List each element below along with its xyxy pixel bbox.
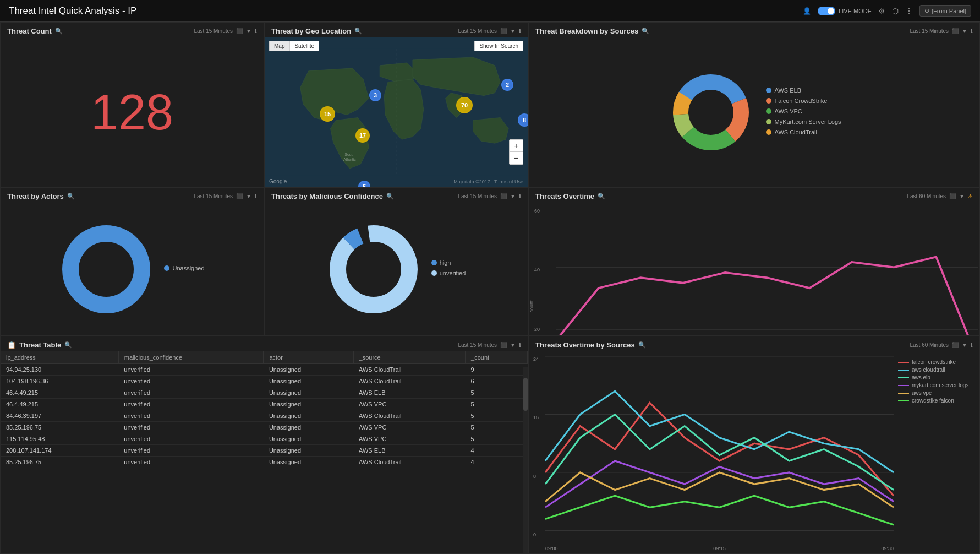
- legend-high: high: [431, 259, 466, 266]
- overtime-sources-export-icon[interactable]: ⬛: [952, 342, 959, 348]
- search-icon: ⊙: [924, 7, 929, 14]
- cell-source: AWS VPC: [353, 433, 466, 445]
- legend-aws-vpc: AWS VPC: [766, 108, 841, 115]
- cell-confidence: unverified: [118, 457, 264, 468]
- legend-dot-falcon: [766, 98, 771, 104]
- sources-y-axis: 24 16 8 0: [533, 356, 543, 537]
- geo-filter-icon[interactable]: ▼: [510, 28, 516, 34]
- cluster-8[interactable]: 8: [518, 113, 528, 127]
- cell-actor: Unassigned: [264, 422, 353, 433]
- cell-actor: Unassigned: [264, 445, 353, 457]
- table-header-row: ip_address malicious_confidence actor _s…: [1, 351, 528, 364]
- overtime-sources-body: 24 16 8 0: [529, 351, 979, 553]
- panel-malicious-title: Threats by Malicious Confidence 🔍: [271, 192, 394, 200]
- actors-search-icon[interactable]: 🔍: [67, 193, 75, 200]
- svg-text:Atlantic: Atlantic: [343, 157, 356, 161]
- malicious-export-icon[interactable]: ⬛: [500, 193, 507, 199]
- geo-export-icon[interactable]: ⬛: [500, 28, 507, 34]
- malicious-donut-svg: [327, 222, 420, 316]
- cluster-3[interactable]: 3: [369, 89, 381, 101]
- table-info-icon[interactable]: ℹ: [519, 342, 521, 348]
- breakdown-info-icon[interactable]: ℹ: [971, 28, 973, 34]
- toggle-pill[interactable]: [818, 7, 835, 15]
- legend-cloudtrail: AWS CloudTrail: [766, 129, 841, 135]
- panel-overtime: Threats Overtime 🔍 Last 60 Minutes ⬛ ▼ ⚠…: [528, 187, 980, 336]
- malicious-filter-icon[interactable]: ▼: [510, 193, 516, 199]
- table-row: 94.94.25.130 unverified Unassigned AWS C…: [1, 364, 528, 376]
- actors-legend: Unassigned: [164, 265, 204, 274]
- show-in-search-btn[interactable]: Show In Search: [474, 41, 523, 51]
- cell-ip: 85.25.196.75: [1, 422, 118, 433]
- geo-info-icon[interactable]: ℹ: [519, 28, 521, 34]
- filter-icon[interactable]: ⚙: [878, 7, 885, 15]
- live-mode-toggle[interactable]: LIVE MODE: [818, 7, 872, 15]
- table-row: 46.4.49.215 unverified Unassigned AWS EL…: [1, 387, 528, 399]
- table-row: 208.107.141.174 unverified Unassigned AW…: [1, 445, 528, 457]
- cell-confidence: unverified: [118, 422, 264, 433]
- actors-export-icon[interactable]: ⬛: [236, 193, 243, 199]
- cell-actor: Unassigned: [264, 364, 353, 376]
- zoom-out-btn[interactable]: −: [510, 152, 523, 164]
- overtime-sources-filter-icon[interactable]: ▼: [962, 342, 967, 348]
- actors-donut-svg: [59, 222, 153, 316]
- y-label-60: 60: [534, 208, 540, 214]
- table-scrollbar[interactable]: [523, 367, 528, 553]
- share-icon[interactable]: ⬡: [892, 7, 899, 15]
- overtime-sources-info-icon[interactable]: ℹ: [971, 342, 973, 348]
- live-mode-label: LIVE MODE: [839, 8, 872, 14]
- panel-search[interactable]: ⊙ [From Panel]: [919, 5, 971, 17]
- table-search-icon[interactable]: 🔍: [64, 341, 72, 349]
- cell-actor: Unassigned: [264, 376, 353, 387]
- cluster-70[interactable]: 70: [456, 97, 473, 113]
- threat-count-search-icon[interactable]: 🔍: [55, 28, 63, 35]
- export-icon[interactable]: ⬛: [236, 28, 243, 34]
- malicious-search-icon[interactable]: 🔍: [386, 193, 394, 200]
- actors-filter-icon[interactable]: ▼: [246, 193, 251, 199]
- panel-overtime-sources-meta: Last 60 Minutes ⬛ ▼ ℹ: [910, 342, 973, 348]
- overtime-sources-search-icon[interactable]: 🔍: [638, 341, 646, 349]
- panel-threat-table: 📋 Threat Table 🔍 Last 15 Minutes ⬛ ▼ ℹ i…: [0, 336, 528, 554]
- legend-dot-cloudtrail: [766, 129, 771, 135]
- breakdown-search-icon[interactable]: 🔍: [642, 28, 649, 35]
- map-btn-satellite[interactable]: Satellite: [289, 41, 319, 51]
- panel-threat-count-meta: Last 15 Minutes ⬛ ▼ ℹ: [194, 28, 257, 34]
- breakdown-filter-icon[interactable]: ▼: [962, 28, 967, 34]
- sources-legend: falcon crowdstrike aws cloudtrail aws el…: [898, 354, 975, 551]
- cell-count: 4: [466, 445, 528, 457]
- overtime-chart-body: 60 40 20 0 _count 08:50 AM 09:00 AM 09:1…: [529, 203, 979, 336]
- legend-unverified: unverified: [431, 270, 466, 276]
- scrollbar-thumb[interactable]: [523, 378, 528, 411]
- cell-ip: 46.4.49.215: [1, 387, 118, 399]
- panel-malicious-meta: Last 15 Minutes ⬛ ▼ ℹ: [458, 193, 521, 199]
- filter2-icon[interactable]: ▼: [246, 28, 251, 34]
- table-filter-icon[interactable]: ▼: [510, 342, 516, 348]
- geo-search-icon[interactable]: 🔍: [354, 28, 362, 35]
- cluster-2[interactable]: 2: [501, 79, 513, 91]
- overtime-search-icon[interactable]: 🔍: [598, 193, 605, 200]
- cell-count: 5: [466, 422, 528, 433]
- cluster-17[interactable]: 17: [355, 128, 370, 143]
- legend-line-crowdstrike: [898, 400, 909, 401]
- zoom-controls: + −: [509, 139, 523, 165]
- cell-confidence: unverified: [118, 376, 264, 387]
- info-icon[interactable]: ℹ: [255, 28, 257, 34]
- cluster-15[interactable]: 15: [320, 106, 335, 122]
- cell-actor: Unassigned: [264, 457, 353, 468]
- table-export-icon[interactable]: ⬛: [500, 342, 507, 348]
- actors-info-icon[interactable]: ℹ: [255, 193, 257, 199]
- overtime-filter-icon[interactable]: ▼: [959, 193, 965, 199]
- panel-actors-body: Unassigned: [1, 203, 264, 335]
- zoom-in-btn[interactable]: +: [510, 140, 523, 152]
- malicious-info-icon[interactable]: ℹ: [519, 193, 521, 199]
- legend-mykart: MyKart.com Server Logs: [766, 118, 841, 125]
- src-x-2: 09:15: [713, 546, 726, 551]
- overtime-export-icon[interactable]: ⬛: [949, 193, 956, 199]
- legend-line-cloudtrail: [898, 370, 909, 371]
- cell-count: 9: [466, 364, 528, 376]
- breakdown-export-icon[interactable]: ⬛: [952, 28, 959, 34]
- cell-source: AWS VPC: [353, 422, 466, 433]
- map-btn-map[interactable]: Map: [269, 41, 289, 51]
- more-icon[interactable]: ⋮: [905, 7, 913, 15]
- cell-ip: 208.107.141.174: [1, 445, 118, 457]
- svg-point-15: [347, 243, 400, 296]
